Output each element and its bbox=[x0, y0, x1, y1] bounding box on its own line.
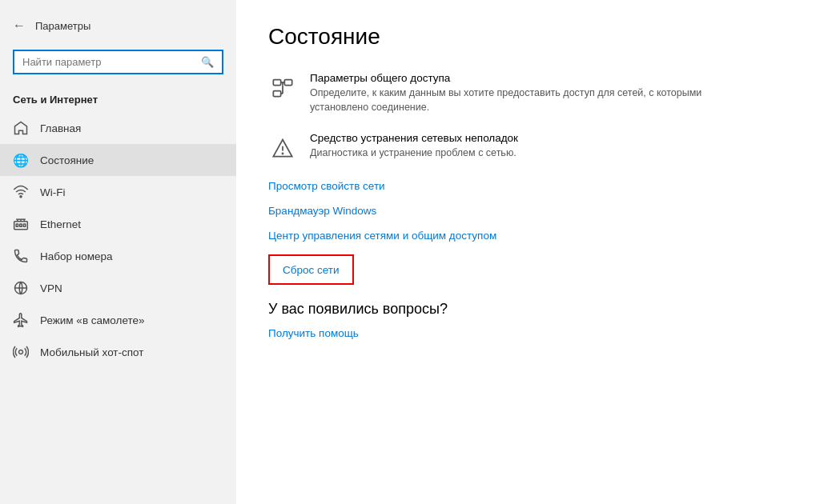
glavnaya-icon bbox=[13, 120, 29, 136]
hotspot-icon bbox=[13, 344, 29, 360]
sharing-icon bbox=[268, 74, 297, 102]
nabor-label: Набор номера bbox=[40, 250, 113, 262]
warning-icon bbox=[268, 134, 297, 162]
sharing-item: Параметры общего доступа Определите, к к… bbox=[268, 72, 788, 114]
sidebar-item-samolet[interactable]: Режим «в самолете» bbox=[0, 304, 236, 336]
sharing-title: Параметры общего доступа bbox=[310, 72, 710, 84]
vpn-icon bbox=[13, 280, 29, 296]
troubleshoot-text: Средство устранения сетевых неполадок Ди… bbox=[310, 132, 518, 161]
sostoyanie-label: Состояние bbox=[40, 154, 94, 166]
back-button[interactable]: ← bbox=[13, 18, 26, 33]
sidebar-item-hotspot[interactable]: Мобильный хот-спот bbox=[0, 336, 236, 368]
search-icon: 🔍 bbox=[201, 56, 214, 68]
search-input[interactable] bbox=[22, 56, 201, 68]
firewall-link[interactable]: Брандмауэр Windows bbox=[268, 205, 788, 217]
nav-items: Главная🌐Состояние Wi-Fi Ethernet Набор н… bbox=[0, 112, 236, 368]
sharing-desc: Определите, к каким данным вы хотите пре… bbox=[310, 86, 710, 114]
troubleshoot-desc: Диагностика и устранение проблем с сетью… bbox=[310, 146, 518, 161]
sidebar-item-ethernet[interactable]: Ethernet bbox=[0, 208, 236, 240]
reset-network-label: Сброс сети bbox=[283, 264, 340, 276]
window-title: Параметры bbox=[35, 20, 90, 32]
ethernet-label: Ethernet bbox=[40, 218, 81, 230]
sharing-text: Параметры общего доступа Определите, к к… bbox=[310, 72, 710, 114]
sidebar-item-sostoyanie[interactable]: 🌐Состояние bbox=[0, 144, 236, 176]
svg-rect-13 bbox=[284, 80, 291, 86]
troubleshoot-title: Средство устранения сетевых неполадок bbox=[310, 132, 518, 144]
window: ← Параметры 🔍 Сеть и Интернет Главная🌐Со… bbox=[0, 0, 820, 504]
help-link[interactable]: Получить помощь bbox=[268, 327, 788, 339]
main-panel: Состояние Параметры общего доступа bbox=[236, 0, 820, 504]
nabor-icon bbox=[13, 248, 29, 264]
network-center-link[interactable]: Центр управления сетями и общим доступом bbox=[268, 230, 788, 242]
svg-rect-6 bbox=[16, 224, 18, 226]
svg-point-11 bbox=[19, 350, 23, 354]
svg-rect-12 bbox=[273, 80, 280, 86]
search-box[interactable]: 🔍 bbox=[13, 50, 223, 74]
vpn-label: VPN bbox=[40, 282, 62, 294]
sidebar-item-nabor[interactable]: Набор номера bbox=[0, 240, 236, 272]
svg-rect-8 bbox=[23, 224, 26, 226]
section-label: Сеть и Интернет bbox=[0, 90, 236, 112]
svg-rect-7 bbox=[20, 224, 22, 226]
sidebar-item-vpn[interactable]: VPN bbox=[0, 272, 236, 304]
reset-network-box[interactable]: Сброс сети bbox=[268, 254, 354, 285]
ethernet-icon bbox=[13, 216, 29, 232]
content-area: ← Параметры 🔍 Сеть и Интернет Главная🌐Со… bbox=[0, 0, 820, 504]
sidebar: ← Параметры 🔍 Сеть и Интернет Главная🌐Со… bbox=[0, 0, 236, 504]
sostoyanie-icon: 🌐 bbox=[13, 152, 29, 168]
page-title: Состояние bbox=[268, 24, 788, 50]
wifi-label: Wi-Fi bbox=[40, 186, 65, 198]
hotspot-label: Мобильный хот-спот bbox=[40, 346, 143, 358]
samolet-label: Режим «в самолете» bbox=[40, 314, 145, 326]
svg-point-0 bbox=[20, 196, 22, 198]
sidebar-item-wifi[interactable]: Wi-Fi bbox=[0, 176, 236, 208]
sidebar-item-glavnaya[interactable]: Главная bbox=[0, 112, 236, 144]
troubleshoot-item: Средство устранения сетевых неполадок Ди… bbox=[268, 132, 788, 162]
help-title: У вас появились вопросы? bbox=[268, 301, 788, 318]
view-props-link[interactable]: Просмотр свойств сети bbox=[268, 180, 788, 192]
sidebar-header: ← Параметры bbox=[0, 8, 236, 43]
wifi-icon bbox=[13, 184, 29, 200]
samolet-icon bbox=[13, 312, 29, 328]
svg-rect-14 bbox=[273, 91, 280, 97]
glavnaya-label: Главная bbox=[40, 122, 81, 134]
svg-point-21 bbox=[282, 153, 283, 154]
